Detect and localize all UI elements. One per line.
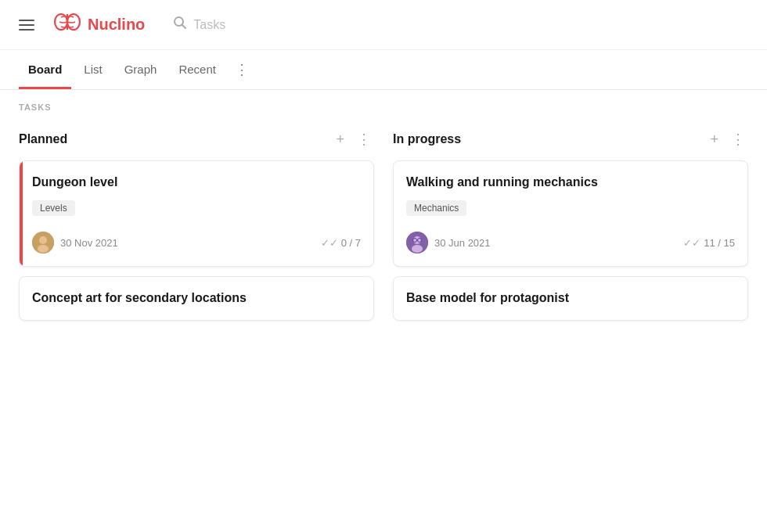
card-dungeon-level-progress: ✓✓ 0 / 7: [321, 237, 361, 249]
nav-tabs: Board List Graph Recent ⋮: [0, 50, 767, 90]
search-placeholder: Tasks: [193, 18, 225, 32]
logo-text: Nuclino: [88, 16, 145, 34]
double-check-icon-2: ✓✓: [683, 237, 700, 249]
column-in-progress-actions: + ⋮: [707, 131, 748, 148]
card-dungeon-level-progress-value: 0 / 7: [341, 237, 361, 249]
app-header: Nuclino Tasks: [0, 0, 767, 50]
card-walking-mechanics[interactable]: Walking and running mechanics Mechanics: [393, 160, 748, 267]
avatar-date-area: 30 Nov 2021: [32, 232, 118, 253]
svg-point-10: [412, 245, 423, 253]
card-dungeon-level-tag: Levels: [32, 200, 75, 216]
nav-more-button[interactable]: ⋮: [229, 50, 256, 89]
hamburger-menu-button[interactable]: [16, 16, 38, 34]
card-walking-mechanics-date: 30 Jun 2021: [434, 237, 491, 249]
svg-line-4: [182, 25, 186, 29]
logo-brain-icon: [53, 9, 81, 40]
card-dungeon-level-title: Dungeon level: [32, 174, 361, 191]
card-walking-mechanics-avatar: [406, 232, 428, 253]
card-walking-mechanics-title: Walking and running mechanics: [406, 174, 735, 191]
card-walking-mechanics-footer: 30 Jun 2021 ✓✓ 11 / 15: [406, 232, 735, 253]
tab-board[interactable]: Board: [19, 52, 71, 89]
column-planned-header: Planned + ⋮: [19, 131, 374, 148]
brain-svg: [53, 9, 81, 34]
card-concept-art-title: Concept art for secondary locations: [32, 289, 361, 307]
card-base-model[interactable]: Base model for protagonist: [393, 276, 748, 320]
column-planned-add-button[interactable]: +: [333, 131, 347, 148]
column-in-progress-more-button[interactable]: ⋮: [728, 131, 748, 148]
tab-recent[interactable]: Recent: [169, 52, 225, 89]
column-in-progress-title: In progress: [393, 132, 461, 146]
column-planned-more-button[interactable]: ⋮: [354, 131, 374, 148]
card-concept-art[interactable]: Concept art for secondary locations: [19, 276, 374, 320]
card-dungeon-level[interactable]: Dungeon level Levels 30: [19, 160, 374, 267]
avatar-date-area-2: 30 Jun 2021: [406, 232, 491, 253]
column-planned-title: Planned: [19, 132, 67, 146]
logo-area: Nuclino: [53, 9, 145, 40]
svg-point-7: [38, 245, 49, 253]
card-base-model-title: Base model for protagonist: [406, 289, 735, 307]
double-check-icon: ✓✓: [321, 237, 338, 249]
svg-point-6: [39, 236, 47, 244]
card-walking-mechanics-tag: Mechanics: [406, 200, 466, 216]
column-in-progress: In progress + ⋮ Walking and running mech…: [393, 131, 748, 321]
card-dungeon-level-avatar: [32, 232, 54, 253]
column-in-progress-add-button[interactable]: +: [707, 131, 722, 148]
tab-graph[interactable]: Graph: [115, 52, 167, 89]
column-planned-actions: + ⋮: [333, 131, 374, 148]
card-walking-mechanics-progress: ✓✓ 11 / 15: [683, 237, 735, 249]
column-in-progress-header: In progress + ⋮: [393, 131, 748, 148]
card-dungeon-level-date: 30 Nov 2021: [60, 237, 118, 249]
tab-list[interactable]: List: [74, 52, 111, 89]
card-dungeon-level-footer: 30 Nov 2021 ✓✓ 0 / 7: [32, 232, 361, 253]
search-icon: [173, 16, 187, 34]
card-walking-mechanics-progress-value: 11 / 15: [704, 237, 735, 249]
board-container: Planned + ⋮ Dungeon level Levels: [0, 118, 767, 333]
column-planned: Planned + ⋮ Dungeon level Levels: [19, 131, 374, 321]
section-label: TASKS: [0, 90, 767, 118]
search-area[interactable]: Tasks: [173, 16, 225, 34]
